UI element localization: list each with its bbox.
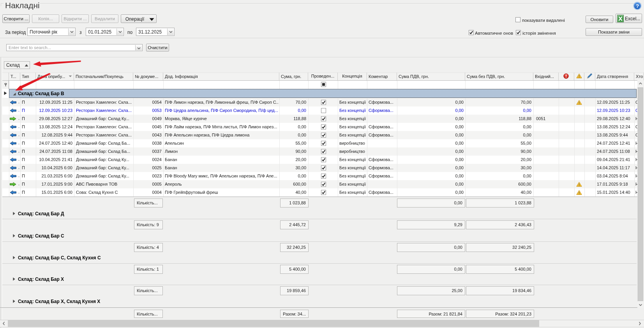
svg-text:?: ? (636, 3, 639, 9)
